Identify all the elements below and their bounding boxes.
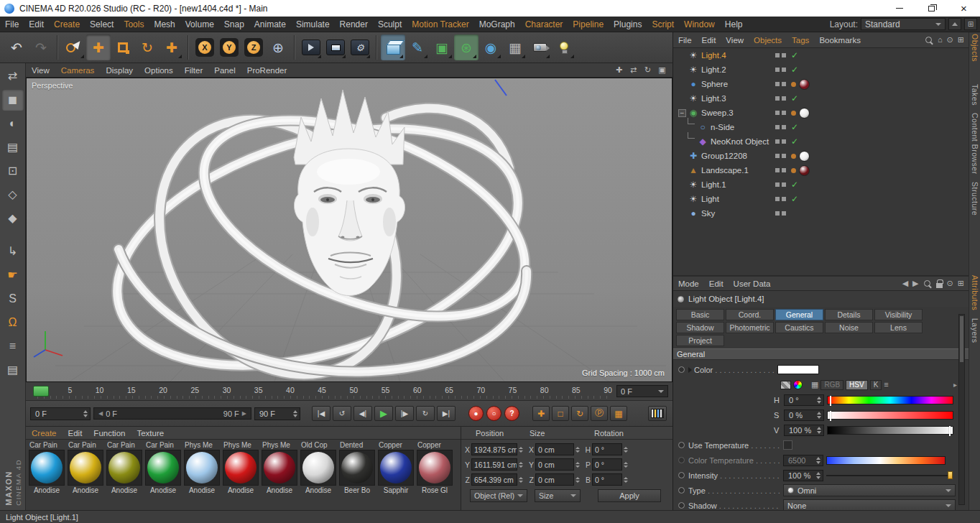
material-item-rose-gl[interactable]: CopperRose Gl xyxy=(415,440,454,495)
attribute-scrollbar[interactable] xyxy=(958,314,965,505)
timeline-frame-field[interactable]: 0 F xyxy=(616,385,668,397)
coordinate-system-button[interactable]: ⊕ xyxy=(266,34,290,60)
menu-tools[interactable]: Tools xyxy=(119,17,149,32)
pan-view-icon[interactable]: ✚ xyxy=(613,65,625,75)
coord-rot-field[interactable]: 0 ° xyxy=(592,473,622,486)
deformer-button[interactable]: ◉ xyxy=(479,34,503,60)
enable-axis-tool[interactable]: ↳ xyxy=(2,241,24,262)
lock-x-axis-button[interactable]: X xyxy=(193,34,217,60)
rotate-tool-button[interactable]: ↻ xyxy=(135,34,160,60)
menu-render[interactable]: Render xyxy=(335,17,373,32)
coord-pos-field[interactable]: 1924.875 cm xyxy=(471,443,517,455)
current-frame-field[interactable]: 0 F xyxy=(30,407,91,420)
material-item-anodise[interactable]: Phys MeAnodise xyxy=(221,440,260,495)
render-picture-viewer-button[interactable] xyxy=(323,34,348,60)
goto-end-button[interactable]: ▶| xyxy=(437,406,456,421)
visibility-toggles[interactable] xyxy=(775,96,786,101)
texture-tag-icon[interactable] xyxy=(791,168,796,173)
menu-animate[interactable]: Animate xyxy=(249,17,291,32)
subdivision-surface-button[interactable]: ▣ xyxy=(430,34,454,60)
search-icon[interactable] xyxy=(923,279,932,288)
scale-tool-button[interactable] xyxy=(111,34,135,60)
viewport-menu-filter[interactable]: Filter xyxy=(179,63,209,78)
material-tag-icon[interactable] xyxy=(799,165,810,176)
tab-caustics[interactable]: Caustics xyxy=(775,322,823,333)
material-item-anodise[interactable]: Car PainAnodise xyxy=(144,440,182,495)
menu-pipeline[interactable]: Pipeline xyxy=(568,17,609,32)
color-wheel-icon[interactable] xyxy=(793,380,803,389)
expand-right-icon[interactable]: ▸ xyxy=(953,381,957,389)
object-row-sphere[interactable]: ●Sphere xyxy=(673,77,969,91)
spinner-arrows[interactable] xyxy=(575,477,580,483)
visibility-toggles[interactable] xyxy=(775,125,786,129)
attribute-menu-user-data[interactable]: User Data xyxy=(729,276,776,292)
coord-size-field[interactable]: 0 cm xyxy=(535,443,574,455)
tab-visibility[interactable]: Visibility xyxy=(874,309,923,320)
toggle-view-icon[interactable]: ▣ xyxy=(656,65,668,75)
spinner-arrows[interactable] xyxy=(814,412,821,419)
dolly-view-icon[interactable]: ⇄ xyxy=(627,65,639,75)
object-mode-select[interactable]: Object (Rel) xyxy=(470,489,527,502)
convert-object-tool[interactable]: ⇄ xyxy=(2,65,24,87)
model-mode[interactable]: ◼ xyxy=(2,89,24,111)
add-spline-button[interactable]: ✎ xyxy=(405,34,430,60)
object-row-light-4[interactable]: ☀Light.4✓ xyxy=(673,48,969,63)
keyframe-dot[interactable] xyxy=(678,472,685,478)
type-select[interactable]: Omni xyxy=(783,484,956,496)
object-manager-menu-tags[interactable]: Tags xyxy=(787,32,814,48)
viewport-menu-view[interactable]: View xyxy=(26,63,55,78)
material-thumbnail[interactable] xyxy=(339,450,375,486)
array-generator-button[interactable]: ⊛ xyxy=(454,34,479,60)
visibility-toggles[interactable] xyxy=(775,68,786,72)
spinner-arrows[interactable] xyxy=(624,447,628,453)
target-icon[interactable]: ⊙ xyxy=(947,36,953,44)
restore-button[interactable] xyxy=(915,0,948,17)
menu-plugins[interactable]: Plugins xyxy=(609,17,647,32)
menu-character[interactable]: Character xyxy=(520,17,568,32)
spinner-arrows[interactable] xyxy=(519,477,523,483)
spinner-arrows[interactable] xyxy=(519,447,523,453)
expand-triangle-icon[interactable] xyxy=(688,367,692,373)
material-tag-icon[interactable] xyxy=(799,79,810,90)
menu-window[interactable]: Window xyxy=(679,17,720,32)
val-gradient-bar[interactable] xyxy=(827,426,953,435)
viewport-menu-prorender[interactable]: ProRender xyxy=(241,63,293,78)
record-rotation-toggle[interactable]: ↻ xyxy=(571,406,588,421)
object-manager-menu-objects[interactable]: Objects xyxy=(749,32,787,48)
use-temperature-checkbox[interactable] xyxy=(783,440,792,450)
tab-project[interactable]: Project xyxy=(676,335,724,346)
material-thumbnail[interactable] xyxy=(106,450,142,486)
k-mode-button[interactable]: K xyxy=(870,380,882,390)
keyframe-dot[interactable] xyxy=(678,487,685,494)
spinner-arrows[interactable] xyxy=(814,427,821,434)
object-row-group12208[interactable]: ✚Group12208 xyxy=(673,149,969,163)
next-frame-button[interactable]: |▶ xyxy=(395,406,414,421)
coord-pos-field[interactable]: 1611.591 cm xyxy=(471,458,517,471)
visibility-toggles[interactable] xyxy=(775,197,786,201)
object-row-neoknot-object[interactable]: ◆NeoKnot Object✓ xyxy=(673,134,969,149)
menu-mograph[interactable]: MoGraph xyxy=(474,17,520,32)
coord-rot-field[interactable]: 0 ° xyxy=(592,458,622,471)
spinner-arrows[interactable] xyxy=(575,462,580,468)
keyframe-dot[interactable] xyxy=(678,366,685,373)
texture-tag-icon[interactable] xyxy=(791,82,796,87)
panel-tab-objects[interactable]: Objects xyxy=(971,34,979,62)
keyframe-dot[interactable] xyxy=(678,442,685,448)
tab-noise[interactable]: Noise xyxy=(825,322,873,333)
tab-coord[interactable]: Coord. xyxy=(726,309,774,320)
snap-magnet-tool[interactable]: Ω xyxy=(2,312,24,333)
spinner-arrows[interactable] xyxy=(624,462,628,468)
visibility-toggles[interactable] xyxy=(775,211,786,216)
object-row-light-2[interactable]: ☀Light.2✓ xyxy=(673,63,969,77)
lock-z-axis-button[interactable]: Z xyxy=(241,34,266,60)
hsv-v-field[interactable]: 100 % xyxy=(784,425,824,436)
material-thumbnail[interactable] xyxy=(29,450,65,486)
rotate-view-icon[interactable]: ↻ xyxy=(642,65,654,75)
record-point-level-toggle[interactable]: ▦ xyxy=(610,406,627,421)
attribute-menu-edit[interactable]: Edit xyxy=(704,276,729,292)
play-loop-button[interactable]: ↻ xyxy=(416,406,435,421)
coord-size-field[interactable]: 0 cm xyxy=(535,473,574,486)
layout-select[interactable]: Standard xyxy=(861,18,946,30)
add-panel-icon[interactable]: ⊞ xyxy=(958,279,964,287)
material-item-beer-bo[interactable]: DentedBeer Bo xyxy=(338,440,376,495)
